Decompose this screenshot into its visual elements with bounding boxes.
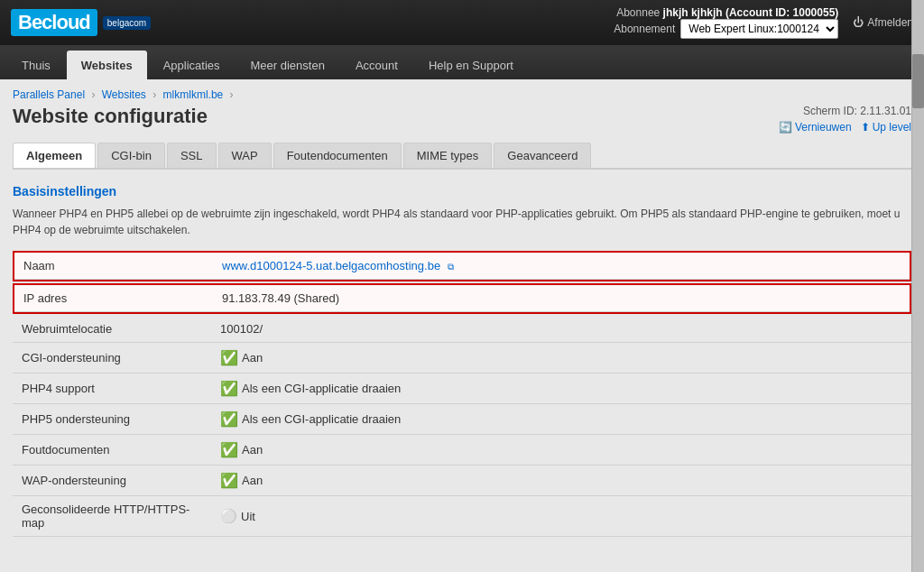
breadcrumb-sep-3: ›	[230, 88, 234, 101]
naam-row: Naam www.d1000124-5.uat.belgacomhosting.…	[14, 253, 910, 280]
ip-row: IP adres 91.183.78.49 (Shared)	[14, 285, 910, 312]
php5-row: PHP5 ondersteuning ✅ Als een CGI-applica…	[13, 404, 911, 435]
php5-check-icon: ✅	[220, 411, 238, 428]
cgi-value-icon-row: ✅ Aan	[220, 349, 902, 366]
foutdocumenten-label: Foutdocumenten	[13, 435, 211, 466]
tab-geavanceerd[interactable]: Geavanceerd	[494, 143, 591, 168]
section-title: Basisinstellingen	[13, 184, 911, 198]
php4-value-icon-row: ✅ Als een CGI-applicatie draaien	[220, 380, 902, 397]
refresh-link[interactable]: 🔄 Vernieuwen	[779, 121, 852, 134]
cgi-row: CGI-ondersteuning ✅ Aan	[13, 343, 911, 374]
foutdocumenten-icon-row: ✅ Aan	[220, 441, 902, 458]
power-icon: ⏻	[853, 16, 864, 29]
breadcrumb-sep-1: ›	[91, 88, 95, 101]
becloud-logo: Becloud	[11, 9, 97, 36]
naam-link[interactable]: www.d1000124-5.uat.belgacomhosting.be	[222, 259, 440, 272]
php4-check-icon: ✅	[220, 380, 238, 397]
subscription-select[interactable]: Web Expert Linux:1000124	[680, 19, 838, 39]
cgi-value: ✅ Aan	[211, 343, 911, 374]
logo-area: Becloud belgacom	[11, 9, 151, 36]
php5-value: ✅ Als een CGI-applicatie draaien	[211, 404, 911, 435]
section-description: Wanneer PHP4 en PHP5 allebei op de webru…	[13, 206, 911, 238]
webruimtelocatie-label: Webruimtelocatie	[13, 316, 211, 343]
wap-label: WAP-ondersteuning	[13, 466, 211, 496]
main-nav: Thuis Websites Applicaties Meer diensten…	[0, 45, 924, 79]
subscriber-info: Abonnee jhkjh kjhkjh (Account ID: 100005…	[614, 6, 838, 19]
https-map-icon-row: ⚪ Uit	[220, 508, 902, 524]
tab-algemeen[interactable]: Algemeen	[13, 143, 96, 168]
page-title-row: Website configuratie Scherm ID: 2.11.31.…	[13, 105, 911, 134]
foutdocumenten-text: Aan	[242, 443, 263, 457]
https-map-text: Uit	[241, 510, 255, 523]
breadcrumb-websites[interactable]: Websites	[102, 88, 146, 101]
breadcrumb-parallels[interactable]: Parallels Panel	[13, 88, 85, 101]
naam-row-wrapper: Naam www.d1000124-5.uat.belgacomhosting.…	[13, 251, 911, 281]
screen-actions: Scherm ID: 2.11.31.01 🔄 Vernieuwen ⬆ Up …	[779, 105, 911, 134]
tab-ssl[interactable]: SSL	[167, 143, 217, 168]
cgi-label: CGI-ondersteuning	[13, 343, 211, 374]
breadcrumb-domain[interactable]: mlkmlkml.be	[163, 88, 224, 101]
https-map-label: Geconsolideerde HTTP/HTTPS-map	[13, 496, 211, 537]
belgacom-badge: belgacom	[103, 16, 151, 30]
settings-table: Webruimtelocatie 100102/ CGI-ondersteuni…	[13, 316, 911, 537]
subscriber-name: jhkjh kjhkjh (Account ID: 1000055)	[663, 6, 839, 19]
naam-label: Naam	[14, 253, 213, 280]
external-link-icon: ⧉	[448, 262, 454, 272]
wap-row: WAP-ondersteuning ✅ Aan	[13, 466, 911, 496]
naam-value: www.d1000124-5.uat.belgacomhosting.be ⧉	[213, 253, 910, 280]
https-map-circle-icon: ⚪	[220, 508, 237, 524]
nav-tab-thuis[interactable]: Thuis	[7, 51, 65, 79]
webruimtelocatie-row: Webruimtelocatie 100102/	[13, 316, 911, 343]
header-user: Abonnee jhkjh kjhkjh (Account ID: 100005…	[614, 6, 838, 39]
nav-tab-applicaties[interactable]: Applicaties	[149, 51, 235, 79]
subscriber-label: Abonnee	[616, 6, 660, 19]
logout-button[interactable]: ⏻ Afmelden	[853, 16, 913, 29]
cgi-check-icon: ✅	[220, 349, 238, 366]
action-links: 🔄 Vernieuwen ⬆ Up level	[779, 121, 911, 134]
refresh-icon: 🔄	[779, 121, 792, 134]
logout-label: Afmelden	[867, 16, 913, 29]
screen-id: Scherm ID: 2.11.31.01	[779, 105, 911, 117]
ip-value: 91.183.78.49 (Shared)	[213, 285, 910, 312]
nav-tab-account[interactable]: Account	[341, 51, 412, 79]
refresh-label: Vernieuwen	[795, 121, 852, 134]
tab-wap[interactable]: WAP	[218, 143, 272, 168]
nav-tab-meer-diensten[interactable]: Meer diensten	[236, 51, 339, 79]
php5-label: PHP5 ondersteuning	[13, 404, 211, 435]
wap-value: ✅ Aan	[211, 466, 911, 496]
php4-row: PHP4 support ✅ Als een CGI-applicatie dr…	[13, 374, 911, 404]
tab-mime-types[interactable]: MIME types	[403, 143, 493, 168]
nav-tab-help[interactable]: Help en Support	[414, 51, 528, 79]
tab-cgi-bin[interactable]: CGI-bin	[97, 143, 165, 168]
tab-foutendocumenten[interactable]: Foutendocumenten	[273, 143, 402, 168]
php4-label: PHP4 support	[13, 374, 211, 404]
nav-tab-websites[interactable]: Websites	[67, 51, 147, 79]
uplevel-link[interactable]: ⬆ Up level	[861, 121, 911, 134]
breadcrumb: Parallels Panel › Websites › mlkmlkml.be…	[13, 88, 911, 101]
scrollbar-thumb[interactable]	[912, 54, 924, 108]
breadcrumb-sep-2: ›	[152, 88, 156, 101]
https-map-row: Geconsolideerde HTTP/HTTPS-map ⚪ Uit	[13, 496, 911, 537]
webruimtelocatie-value: 100102/	[211, 316, 911, 343]
subscription-label: Abonnement	[614, 23, 675, 35]
ip-label: IP adres	[14, 285, 213, 312]
php5-value-icon-row: ✅ Als een CGI-applicatie draaien	[220, 411, 902, 428]
https-map-value: ⚪ Uit	[211, 496, 911, 537]
wap-check-icon: ✅	[220, 472, 238, 489]
scrollbar[interactable]	[911, 0, 924, 572]
ip-row-wrapper: IP adres 91.183.78.49 (Shared)	[13, 283, 911, 314]
php4-value: ✅ Als een CGI-applicatie draaien	[211, 374, 911, 404]
uplevel-icon: ⬆	[861, 121, 870, 134]
content-wrapper: Parallels Panel › Websites › mlkmlkml.be…	[0, 79, 924, 572]
wap-icon-row: ✅ Aan	[220, 472, 902, 489]
foutdocumenten-check-icon: ✅	[220, 441, 238, 458]
wap-text: Aan	[242, 474, 263, 487]
php5-text: Als een CGI-applicatie draaien	[242, 412, 401, 426]
uplevel-label: Up level	[873, 121, 911, 134]
cgi-text: Aan	[242, 351, 263, 364]
subscription-info: Abonnement Web Expert Linux:1000124	[614, 19, 838, 39]
php4-text: Als een CGI-applicatie draaien	[242, 382, 401, 395]
header-right: Abonnee jhkjh kjhkjh (Account ID: 100005…	[614, 6, 913, 39]
foutdocumenten-row: Foutdocumenten ✅ Aan	[13, 435, 911, 466]
page-title: Website configuratie	[13, 105, 208, 128]
